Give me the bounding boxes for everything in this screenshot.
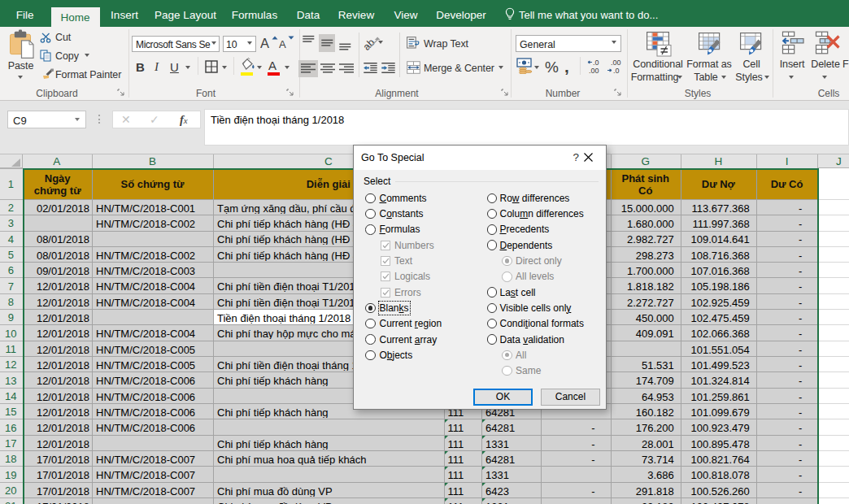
svg-text:.00: .00 [611, 59, 621, 67]
svg-text:.0: .0 [593, 59, 599, 67]
svg-text:ab: ab [364, 37, 377, 51]
svg-text:A: A [279, 38, 286, 50]
svg-text:.00: .00 [589, 67, 599, 75]
svg-text:.0: .0 [613, 67, 620, 75]
svg-text:A: A [260, 36, 269, 50]
